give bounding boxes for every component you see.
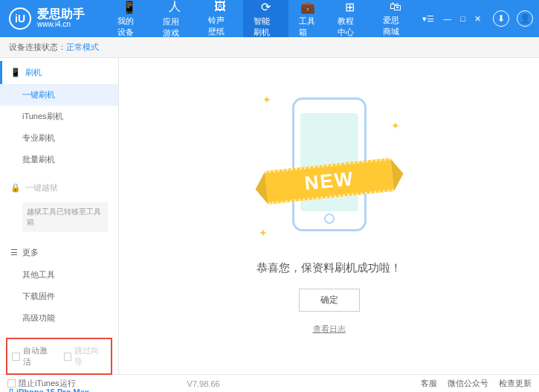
minimize-icon[interactable]: — [439, 11, 456, 26]
nav-tutorials[interactable]: ⊞教程中心 [327, 0, 372, 37]
nav-smart-flash[interactable]: ⟳智能刷机 [243, 0, 288, 37]
checkbox-skip-guide[interactable]: 跳过向导 [64, 345, 107, 367]
window-controls: ▾☰ — □ ✕ [418, 11, 485, 27]
sidebar-item-batch[interactable]: 批量刷机 [0, 149, 118, 170]
status-bar: 设备连接状态：正常模式 [0, 37, 539, 58]
device-icon: 📱 [122, 0, 137, 14]
nav-apps-games[interactable]: 人应用游戏 [152, 0, 198, 37]
app-url: www.i4.cn [37, 20, 85, 29]
confirm-button[interactable]: 确定 [299, 289, 360, 312]
tutorial-icon: ⊞ [345, 0, 355, 14]
logo-icon: iU [9, 7, 31, 30]
download-icon[interactable]: ⬇ [493, 10, 509, 27]
close-icon[interactable]: ✕ [470, 11, 485, 27]
footer-support[interactable]: 客服 [421, 378, 437, 389]
phone-icon: 📱 [10, 68, 21, 77]
nav-store[interactable]: 🛍爱思商城 [372, 0, 418, 37]
status-label: 设备连接状态： [9, 42, 66, 51]
lock-icon: 🔒 [10, 183, 21, 193]
toolbox-icon: 💼 [300, 0, 315, 14]
nav-my-device[interactable]: 📱我的设备 [107, 0, 152, 37]
success-illustration: NEW ✦ ✦ ✦ [281, 97, 378, 246]
checkbox-block-itunes[interactable]: 阻止iTunes运行 [7, 378, 76, 389]
app-name: 爱思助手 [37, 8, 85, 20]
jailbreak-note: 越狱工具已转移至工具箱 [22, 202, 108, 232]
store-icon: 🛍 [390, 0, 401, 13]
sidebar-item-itunes[interactable]: iTunes刷机 [0, 106, 118, 127]
more-icon: ☰ [10, 248, 18, 257]
checkbox-auto-activate[interactable]: 自动激活 [12, 345, 55, 367]
success-message: 恭喜您，保资料刷机成功啦！ [256, 261, 401, 275]
footer-wechat[interactable]: 微信公众号 [448, 378, 488, 389]
sidebar-section-flash[interactable]: 📱刷机 [0, 61, 118, 84]
menu-icon[interactable]: ▾☰ [418, 11, 439, 27]
highlighted-options: 自动激活 跳过向导 [6, 338, 112, 375]
flash-icon: ⟳ [261, 0, 271, 14]
nav-ringtones[interactable]: 🖼铃声壁纸 [198, 0, 243, 37]
sidebar-item-othertools[interactable]: 其他工具 [0, 264, 118, 286]
apps-icon: 人 [169, 0, 181, 15]
sidebar-item-advanced[interactable]: 高级功能 [0, 307, 118, 329]
sidebar-item-pro[interactable]: 专业刷机 [0, 127, 118, 149]
status-value: 正常模式 [66, 42, 99, 51]
main-content: NEW ✦ ✦ ✦ 恭喜您，保资料刷机成功啦！ 确定 查看日志 [119, 58, 539, 374]
app-header: iU 爱思助手 www.i4.cn 📱我的设备 人应用游戏 🖼铃声壁纸 ⟳智能刷… [0, 0, 539, 37]
user-icon[interactable]: 👤 [517, 10, 533, 27]
sidebar-section-more[interactable]: ☰更多 [0, 241, 118, 264]
sidebar-item-firmware[interactable]: 下载固件 [0, 286, 118, 307]
version-label: V7.98.66 [187, 379, 220, 388]
logo: iU 爱思助手 www.i4.cn [9, 7, 85, 30]
view-log-link[interactable]: 查看日志 [313, 324, 346, 335]
new-banner: NEW [265, 158, 394, 205]
sidebar: 📱刷机 一键刷机 iTunes刷机 专业刷机 批量刷机 🔒一键越狱 越狱工具已转… [0, 58, 119, 374]
sidebar-section-jailbreak[interactable]: 🔒一键越狱 [0, 176, 118, 199]
footer-update[interactable]: 检查更新 [499, 378, 532, 389]
sidebar-item-oneclick[interactable]: 一键刷机 [0, 84, 118, 106]
ringtone-icon: 🖼 [214, 0, 226, 13]
top-nav: 📱我的设备 人应用游戏 🖼铃声壁纸 ⟳智能刷机 💼工具箱 ⊞教程中心 🛍爱思商城 [107, 0, 418, 37]
maximize-icon[interactable]: □ [456, 11, 470, 26]
nav-toolbox[interactable]: 💼工具箱 [288, 0, 328, 37]
